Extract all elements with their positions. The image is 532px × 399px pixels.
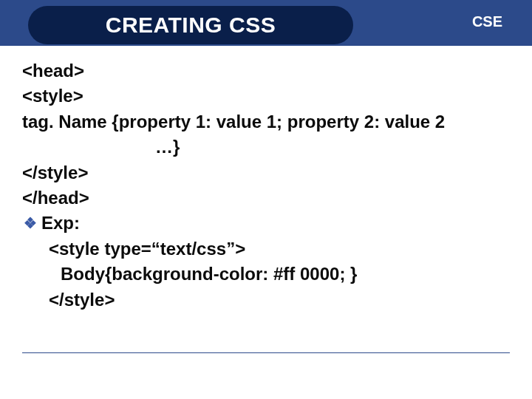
footer-divider	[22, 352, 510, 353]
code-line-style-open: <style>	[22, 84, 510, 108]
example-line-body-rule: Body{background-color: #ff 0000; }	[22, 262, 510, 286]
example-line-style-close: </style>	[22, 288, 510, 312]
title-pill: CREATING CSS	[28, 6, 353, 44]
code-line-style-close: </style>	[22, 161, 510, 185]
example-bullet-row: ❖ Exp:	[22, 211, 510, 235]
header-bar: CREATING CSS CSE	[0, 0, 532, 46]
course-badge: CSE	[472, 13, 502, 30]
example-line-style-open: <style type=“text/css”>	[22, 237, 510, 261]
code-line-head-open: <head>	[22, 59, 510, 83]
diamond-bullet-icon: ❖	[24, 211, 37, 235]
slide-title: CREATING CSS	[106, 13, 276, 38]
example-label: Exp:	[41, 211, 80, 235]
code-line-head-close: </head>	[22, 186, 510, 210]
slide-body: <head> <style> tag. Name {property 1: va…	[0, 46, 532, 312]
code-line-rule-cont: …}	[22, 135, 510, 159]
code-line-rule: tag. Name {property 1: value 1; property…	[22, 110, 510, 134]
